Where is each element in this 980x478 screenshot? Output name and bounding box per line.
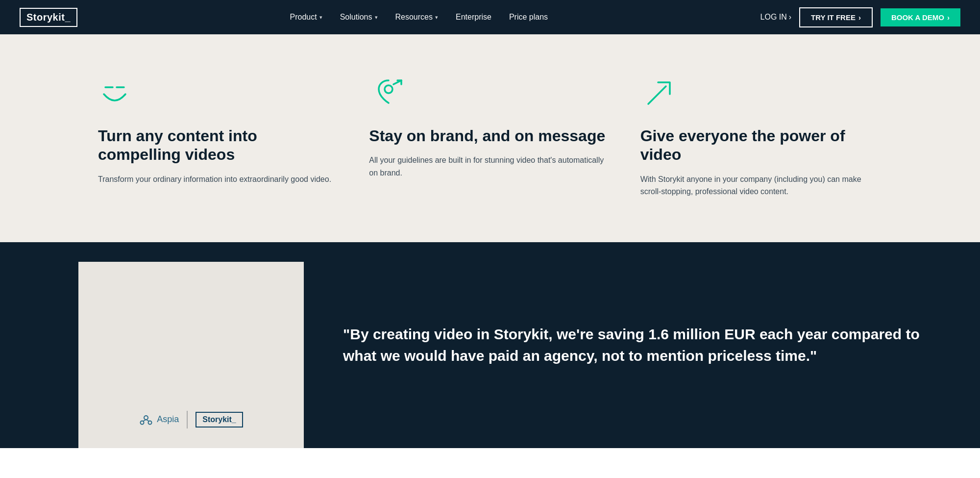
arrow-right-icon: › — [858, 13, 861, 22]
logo[interactable]: Storykit_ — [20, 8, 77, 27]
brand-divider — [187, 411, 188, 428]
book-demo-button[interactable]: BOOK A DEMO › — [881, 8, 960, 26]
nav-item-enterprise[interactable]: Enterprise — [456, 13, 491, 22]
svg-line-7 — [146, 420, 149, 421]
growth-icon — [640, 74, 680, 113]
chevron-down-icon: ▾ — [319, 14, 322, 21]
svg-point-2 — [385, 85, 392, 93]
chevron-down-icon: ▾ — [435, 14, 438, 21]
storykit-brand-label: Storykit_ — [196, 412, 243, 428]
aspia-brand: Aspia — [139, 413, 179, 427]
chevron-down-icon: ▾ — [375, 14, 378, 21]
nav-item-price-plans[interactable]: Price plans — [509, 13, 548, 22]
feature-desc-power: With Storykit anyone in your company (in… — [640, 173, 882, 198]
nav-item-product[interactable]: Product ▾ — [290, 13, 322, 22]
feature-title-video: Turn any content into compelling videos — [98, 126, 340, 164]
feature-card-video: Turn any content into compelling videos … — [98, 74, 340, 198]
quote-text: "By creating video in Storykit, we're sa… — [343, 324, 941, 366]
nav-item-solutions[interactable]: Solutions ▾ — [340, 13, 378, 22]
arrow-right-icon: › — [789, 13, 791, 22]
smile-icon — [98, 74, 137, 113]
video-placeholder: Aspia Storykit_ — [78, 262, 304, 448]
try-free-button[interactable]: TRY IT FREE › — [799, 7, 873, 27]
nav-item-resources[interactable]: Resources ▾ — [395, 13, 438, 22]
feature-card-brand: Stay on brand, and on message All your g… — [369, 74, 611, 198]
login-button[interactable]: LOG IN › — [760, 13, 792, 22]
feature-title-brand: Stay on brand, and on message — [369, 126, 611, 145]
aspia-logo-bar: Aspia Storykit_ — [78, 401, 304, 438]
svg-point-3 — [144, 416, 148, 420]
feature-desc-brand: All your guidelines are built in for stu… — [369, 154, 611, 179]
brand-icon — [369, 74, 408, 113]
arrow-right-icon: › — [947, 13, 950, 22]
testimonial-quote: "By creating video in Storykit, we're sa… — [304, 242, 980, 448]
feature-title-power: Give everyone the power of video — [640, 126, 882, 164]
feature-card-power: Give everyone the power of video With St… — [640, 74, 882, 198]
features-grid: Turn any content into compelling videos … — [98, 74, 882, 198]
nav-right: LOG IN › TRY IT FREE › BOOK A DEMO › — [760, 7, 960, 27]
nav-links: Product ▾ Solutions ▾ Resources ▾ Enterp… — [290, 13, 548, 22]
testimonial-video: Aspia Storykit_ — [78, 262, 304, 448]
testimonial-section: Aspia Storykit_ "By creating video in St… — [0, 242, 980, 448]
svg-line-6 — [143, 420, 146, 421]
aspia-icon — [139, 413, 153, 427]
navbar: Storykit_ Product ▾ Solutions ▾ Resource… — [0, 0, 980, 34]
feature-desc-video: Transform your ordinary information into… — [98, 173, 340, 186]
features-section: Turn any content into compelling videos … — [0, 34, 980, 242]
